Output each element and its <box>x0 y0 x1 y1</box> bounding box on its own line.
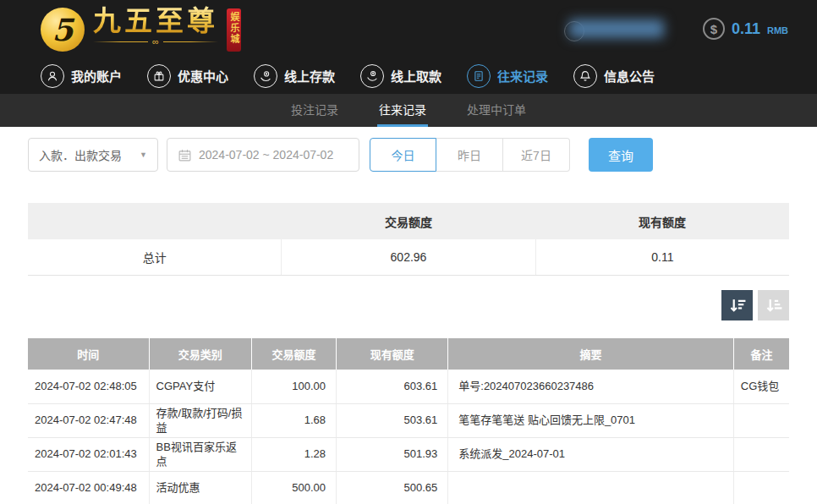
records-icon <box>467 64 491 88</box>
sort-ascending-button[interactable] <box>758 290 789 320</box>
cell-amount: 100.00 <box>252 370 337 403</box>
username-redacted <box>569 19 664 38</box>
tab-transaction-records[interactable]: 往来记录 <box>377 94 428 127</box>
nav-label: 我的账户 <box>71 67 122 85</box>
nav-item-my-account[interactable]: 我的账户 <box>41 64 122 88</box>
dollar-icon: $ <box>703 18 725 40</box>
username-area[interactable] <box>569 19 664 38</box>
nav-item-deposit[interactable]: 线上存款 <box>254 64 335 88</box>
table-row: 2024-07-02 00:49:48 活动优惠 500.00 500.65 <box>28 471 789 504</box>
summary-total-label: 总计 <box>28 239 281 275</box>
cell-balance: 501.93 <box>336 437 447 471</box>
cell-amount: 500.00 <box>252 471 337 504</box>
nav-label: 信息公告 <box>604 67 655 85</box>
tab-betting-records[interactable]: 投注记录 <box>289 94 340 127</box>
cell-time: 2024-07-02 02:48:05 <box>28 370 149 403</box>
gift-icon <box>147 64 171 88</box>
transaction-type-select[interactable]: 入款．出款交易 ▼ <box>28 138 158 172</box>
col-header-category: 交易类别 <box>149 338 252 370</box>
table-row: 2024-07-02 02:01:43 BB视讯百家乐返点 1.28 501.9… <box>28 437 789 471</box>
sort-descending-button[interactable] <box>721 290 753 320</box>
cell-summary <box>448 471 734 504</box>
table-row: 2024-07-02 02:48:05 CGPAY支付 100.00 603.6… <box>28 370 789 403</box>
cell-summary: 单号:202407023660237486 <box>448 370 734 403</box>
date-range-value: 2024-07-02 ~ 2024-07-02 <box>199 148 333 162</box>
col-header-time: 时间 <box>28 338 149 370</box>
last7days-button[interactable]: 近7日 <box>503 138 570 172</box>
summary-total-transaction: 602.96 <box>281 239 535 275</box>
nav-label: 优惠中心 <box>178 67 228 85</box>
cell-category: 存款/取款/打码/损益 <box>149 403 252 437</box>
cell-time: 2024-07-02 00:49:48 <box>28 471 149 504</box>
main-nav: 我的账户 优惠中心 线上存款 线上取款 往来记录 信息公告 <box>0 58 817 94</box>
summary-table: 交易额度 现有额度 总计 602.96 0.11 <box>28 203 789 276</box>
col-header-amount: 交易额度 <box>252 338 337 370</box>
brand-flourish: ∞ <box>93 37 218 47</box>
nav-label: 线上存款 <box>284 67 335 85</box>
deposit-icon <box>254 64 277 88</box>
cell-time: 2024-07-02 02:01:43 <box>28 437 149 471</box>
summary-header-transaction: 交易额度 <box>282 203 535 239</box>
cell-note <box>733 437 789 471</box>
sort-descending-icon <box>727 295 748 315</box>
cell-note <box>733 471 789 504</box>
balance-display[interactable]: $ 0.11 RMB <box>703 18 788 40</box>
cell-balance: 500.65 <box>336 471 447 504</box>
nav-label: 线上取款 <box>391 67 441 85</box>
summary-header-row: 交易额度 现有额度 <box>28 203 789 239</box>
cell-summary: 系统派发_2024-07-01 <box>448 437 734 471</box>
sort-controls <box>28 290 789 320</box>
summary-header-balance: 现有额度 <box>535 203 789 239</box>
user-icon <box>41 64 64 88</box>
transactions-table: 时间 交易类别 交易额度 现有额度 摘要 备注 2024-07-02 02:48… <box>28 338 789 504</box>
date-range-input[interactable]: 2024-07-02 ~ 2024-07-02 <box>167 138 359 172</box>
cell-category: BB视讯百家乐返点 <box>149 437 252 471</box>
filter-bar: 入款．出款交易 ▼ 2024-07-02 ~ 2024-07-02 今日 昨日 … <box>28 138 817 172</box>
brand-badge: 娱乐城 <box>227 8 241 52</box>
cell-balance: 503.61 <box>336 403 447 437</box>
nav-item-promotions[interactable]: 优惠中心 <box>147 64 228 88</box>
search-button[interactable]: 查询 <box>589 138 653 172</box>
cell-note <box>733 403 789 437</box>
col-header-balance: 现有额度 <box>336 338 447 370</box>
cell-note: CG钱包 <box>733 370 789 403</box>
brand-logo-icon: 5 <box>41 8 85 52</box>
today-button[interactable]: 今日 <box>370 138 436 172</box>
brand-title: 九五至尊 <box>93 6 218 36</box>
balance-currency: RMB <box>767 25 788 36</box>
brand-logo[interactable]: 5 九五至尊 ∞ 娱乐城 <box>41 6 241 52</box>
calendar-icon <box>178 148 192 162</box>
chevron-down-icon: ▼ <box>140 151 147 159</box>
sort-ascending-icon <box>764 295 784 315</box>
cell-category: CGPAY支付 <box>149 370 252 403</box>
summary-total-balance: 0.11 <box>535 239 789 275</box>
summary-header-empty <box>28 203 282 239</box>
brand-badge-label: 娱乐城 <box>229 12 239 45</box>
cell-balance: 603.61 <box>336 370 447 403</box>
cell-amount: 1.68 <box>252 403 337 437</box>
cell-summary: 笔笔存笔笔送 贴心回馈无上限_0701 <box>448 403 734 437</box>
cell-time: 2024-07-02 02:47:48 <box>28 403 149 437</box>
bell-icon <box>573 64 597 88</box>
col-header-summary: 摘要 <box>448 338 734 370</box>
transaction-type-value: 入款．出款交易 <box>39 146 122 163</box>
nav-item-withdraw[interactable]: 线上取款 <box>360 64 441 88</box>
yesterday-button[interactable]: 昨日 <box>436 138 503 172</box>
record-subtabs: 投注记录 往来记录 处理中订单 <box>0 94 817 127</box>
nav-label: 往来记录 <box>497 67 548 85</box>
table-header-row: 时间 交易类别 交易额度 现有额度 摘要 备注 <box>28 338 789 370</box>
tab-pending-orders[interactable]: 处理中订单 <box>465 94 528 127</box>
cell-amount: 1.28 <box>252 437 337 471</box>
withdraw-icon <box>360 64 384 88</box>
logo-glyph: 5 <box>52 14 73 45</box>
cell-category: 活动优惠 <box>149 471 252 504</box>
nav-item-records[interactable]: 往来记录 <box>467 64 548 88</box>
table-row: 2024-07-02 02:47:48 存款/取款/打码/损益 1.68 503… <box>28 403 789 437</box>
col-header-note: 备注 <box>733 338 789 370</box>
nav-item-announcements[interactable]: 信息公告 <box>573 64 655 88</box>
summary-total-row: 总计 602.96 0.11 <box>28 239 789 276</box>
quick-date-group: 今日 昨日 近7日 <box>370 138 570 172</box>
top-header: 5 九五至尊 ∞ 娱乐城 $ 0.11 RMB <box>0 0 817 58</box>
balance-amount: 0.11 <box>732 20 760 38</box>
